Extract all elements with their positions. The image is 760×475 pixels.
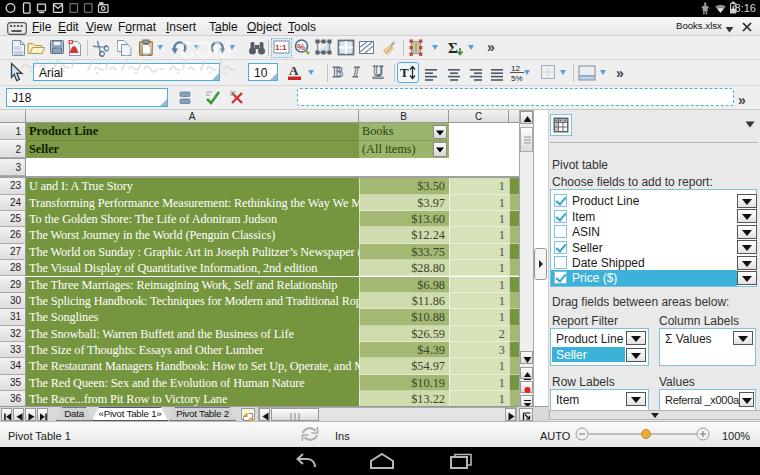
svg-text:T: T (400, 65, 409, 80)
svg-text:5%: 5% (511, 74, 523, 82)
svg-text:I: I (352, 64, 360, 80)
svg-text:Σ: Σ (448, 40, 458, 56)
svg-text:%: % (297, 42, 305, 52)
svg-text:B: B (333, 64, 343, 80)
svg-text:A: A (289, 63, 299, 78)
svg-text:U: U (373, 64, 383, 79)
svg-text:12: 12 (511, 64, 520, 73)
svg-text:1:1: 1:1 (275, 43, 287, 52)
